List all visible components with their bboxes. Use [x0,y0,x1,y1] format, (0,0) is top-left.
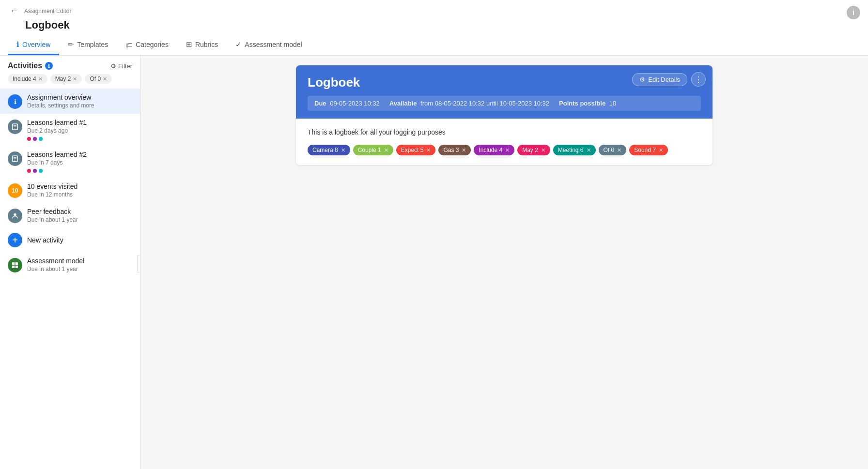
card-tag[interactable]: Gas 3✕ [438,145,471,155]
activity-item-leasons-2[interactable]: Leasons learned #2 Due in 7 days [0,146,140,178]
tag-label: Sound 7 [634,147,656,153]
tag-label: Meeting 6 [558,147,584,153]
dot-indicators-leasons-1 [27,137,132,141]
more-options-button[interactable]: ⋮ [691,72,706,87]
activity-icon-assessment-model [8,258,22,272]
tags-row: Camera 8✕Couple 1✕Expect 5✕Gas 3✕Include… [308,145,701,155]
tag-remove-icon[interactable]: ✕ [659,147,663,153]
categories-icon: 🏷 [125,41,133,49]
activity-item-leasons-1[interactable]: Leasons learned #1 Due 2 days ago [0,114,140,146]
tab-overview[interactable]: ℹ Overview [8,35,59,55]
card-description: This is a logboek for all your logging p… [308,128,701,136]
filter-button[interactable]: ⚙ Filter [110,62,132,70]
tag-label: May 2 [522,147,538,153]
tag-label: Expect 5 [401,147,424,153]
tab-assessment[interactable]: ✓ Assessment model [227,35,310,55]
filter-tag-may[interactable]: May 2 ✕ [50,74,82,84]
dot [27,137,31,141]
activity-item-assessment-model[interactable]: Assessment model Due in about 1 year [0,252,140,277]
card-body: This is a logboek for all your logging p… [296,119,713,165]
filter-tag-of[interactable]: Of 0 ✕ [85,74,112,84]
content-area: ⚙ Edit Details ⋮ Logboek Due 09-05-2023 … [140,56,868,469]
activity-content-leasons-1: Leasons learned #1 Due 2 days ago [27,119,132,141]
card-tag[interactable]: Camera 8✕ [308,145,350,155]
card-actions: ⚙ Edit Details ⋮ [632,72,706,87]
tab-categories[interactable]: 🏷 Categories [117,35,177,55]
tag-remove-icon[interactable]: ✕ [384,147,388,153]
dot [33,169,37,173]
activity-content-leasons-2: Leasons learned #2 Due in 7 days [27,151,132,173]
tag-remove-icon[interactable]: ✕ [426,147,431,153]
points-label: Points possible [559,100,605,107]
tag-remove-icon[interactable]: ✕ [541,147,545,153]
dot [27,169,31,173]
activity-content-peer-feedback: Peer feedback Due in about 1 year [27,208,132,223]
activity-icon-peer-feedback [8,209,22,223]
card-tag[interactable]: Couple 1✕ [353,145,393,155]
overview-icon: ℹ [16,40,19,49]
filter-tag-include[interactable]: Include 4 ✕ [8,74,47,84]
tag-label: Camera 8 [312,147,338,153]
new-activity-icon: + [8,233,22,247]
tab-rubrics[interactable]: ⊞ Rubrics [177,35,227,55]
tag-remove-icon[interactable]: ✕ [341,147,345,153]
activity-icon-10-events: 10 [8,183,22,198]
app-title: Logboek [25,19,860,31]
points-value: 10 [609,100,616,107]
gear-icon: ⚙ [639,76,645,83]
tag-label: Of 0 [604,147,615,153]
card-tag[interactable]: Expect 5✕ [396,145,436,155]
tag-label: Include 4 [479,147,502,153]
tag-remove-icon[interactable]: ✕ [505,147,510,153]
filter-tags: Include 4 ✕ May 2 ✕ Of 0 ✕ [0,74,140,89]
filter-tag-of-close[interactable]: ✕ [103,76,107,82]
back-button[interactable]: ← [8,4,20,18]
svg-point-8 [14,213,16,216]
tag-remove-icon[interactable]: ✕ [617,147,621,153]
edit-details-button[interactable]: ⚙ Edit Details [632,73,687,86]
activities-info-icon[interactable]: ℹ [45,62,53,70]
activity-item-peer-feedback[interactable]: Peer feedback Due in about 1 year [0,203,140,228]
card-tag[interactable]: Include 4✕ [474,145,514,155]
activity-item-assignment-overview[interactable]: ℹ Assignment overview Details, settings … [0,89,140,114]
card-meta: Due 09-05-2023 10:32 Available from 08-0… [308,96,701,111]
activity-icon-assignment-overview: ℹ [8,94,22,109]
activity-content-assessment-model: Assessment model Due in about 1 year [27,257,132,272]
dot [33,137,37,141]
sidebar-title: Activities ℹ [8,61,53,70]
new-activity-button[interactable]: + New activity [0,228,140,252]
card-tag[interactable]: Sound 7✕ [629,145,668,155]
dot-indicators-leasons-2 [27,169,132,173]
tag-remove-icon[interactable]: ✕ [462,147,466,153]
available-value: from 08-05-2022 10:32 until 10-05-2023 1… [420,100,549,107]
activity-item-10-events[interactable]: 10 10 events visited Due in 12 months [0,178,140,203]
card-tag[interactable]: May 2✕ [517,145,550,155]
svg-rect-12 [16,266,18,268]
assessment-icon: ✓ [235,40,242,49]
filter-tag-close[interactable]: ✕ [38,76,43,82]
activity-content-10-events: 10 events visited Due in 12 months [27,182,132,198]
activity-icon-leasons-2 [8,151,22,166]
card-tag[interactable]: Meeting 6✕ [553,145,596,155]
card-header: ⚙ Edit Details ⋮ Logboek Due 09-05-2023 … [296,65,713,119]
card-tag[interactable]: Of 0✕ [599,145,627,155]
sidebar-collapse-button[interactable]: ‹ [137,255,140,272]
svg-rect-9 [12,262,15,265]
assignment-card: ⚙ Edit Details ⋮ Logboek Due 09-05-2023 … [296,65,713,165]
svg-rect-10 [16,262,18,265]
activity-icon-leasons-1 [8,120,22,134]
sidebar: Activities ℹ ⚙ Filter Include 4 ✕ May 2 … [0,56,140,469]
available-label: Available [389,100,417,107]
rubrics-icon: ⊞ [186,40,192,49]
due-label: Due [314,100,326,107]
filter-tag-may-close[interactable]: ✕ [73,76,77,82]
nav-tabs: ℹ Overview ✏ Templates 🏷 Categories ⊞ Ru… [8,35,860,55]
tag-label: Gas 3 [443,147,459,153]
breadcrumb: Assignment Editor [24,8,71,15]
due-value: 09-05-2023 10:32 [330,100,380,107]
global-info-icon[interactable]: i [847,6,860,19]
tag-remove-icon[interactable]: ✕ [587,147,591,153]
activity-content-assignment-overview: Assignment overview Details, settings an… [27,93,132,109]
tag-label: Couple 1 [358,147,381,153]
tab-templates[interactable]: ✏ Templates [59,35,117,55]
